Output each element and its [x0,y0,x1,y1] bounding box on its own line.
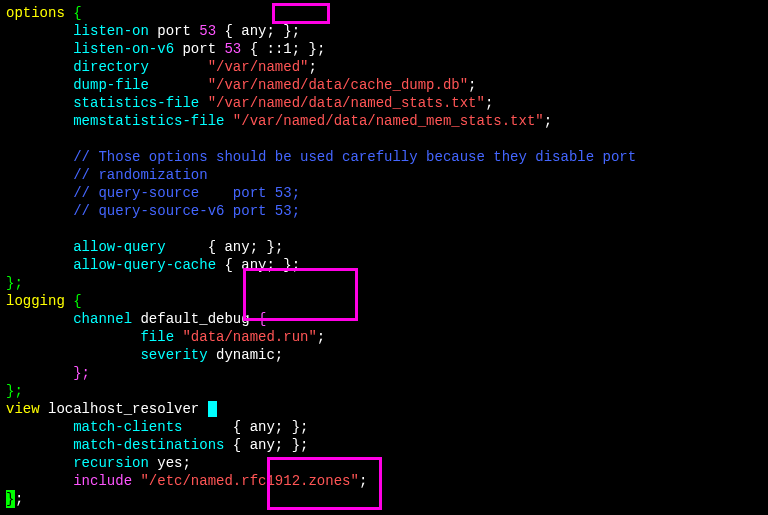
brace: { [73,5,81,21]
severity-val: dynamic [216,347,275,363]
comment-line: // query-source port 53; [73,185,300,201]
any-block: { any; } [208,239,275,255]
stats-file-kw: statistics-file [73,95,199,111]
semi: ; [317,329,325,345]
severity-kw: severity [140,347,207,363]
include-val: "/etc/named.rfc1912.zones" [140,473,358,489]
port-kw: port [157,23,191,39]
semi: ; [182,455,190,471]
dump-file-val: "/var/named/data/cache_dump.db" [208,77,468,93]
semi: ; [15,491,23,507]
v6-block: { ::1; } [250,41,317,57]
port-kw: port [182,41,216,57]
semi: ; [359,473,367,489]
any-block: { any; } [224,257,291,273]
file-val: "data/named.run" [182,329,316,345]
brace: { [258,311,266,327]
file-kw: file [140,329,174,345]
end-brace-cursor: } [6,490,15,508]
listen-on-kw: listen-on [73,23,149,39]
semi: ; [300,437,308,453]
semi: ; [292,257,300,273]
comment-line: // query-source-v6 port 53; [73,203,300,219]
stats-file-val: "/var/named/data/named_stats.txt" [208,95,485,111]
memstats-kw: memstatistics-file [73,113,224,129]
port-53: 53 [199,23,216,39]
brace-close: }; [6,275,23,291]
view-name: localhost_resolver [48,401,199,417]
logging-keyword: logging [6,293,65,309]
named-conf-listing: options { listen-on port 53 { any; }; li… [0,0,768,512]
allow-query-cache-kw: allow-query-cache [73,257,216,273]
semi: ; [275,347,283,363]
any-block: { any; } [233,437,300,453]
brace: { [73,293,81,309]
channel-kw: channel [73,311,132,327]
brace-close: }; [6,383,23,399]
semi: ; [308,59,316,75]
semi: ; [485,95,493,111]
brace-close: }; [73,365,90,381]
any-block: { any; } [233,419,300,435]
semi: ; [275,239,283,255]
recursion-val: yes [157,455,182,471]
highlight-box-1 [272,3,330,24]
cursor-icon [208,401,217,417]
options-keyword: options [6,5,65,21]
semi: ; [292,23,300,39]
comment-line: // Those options should be used carefull… [73,149,636,165]
view-keyword: view [6,401,40,417]
port-53: 53 [224,41,241,57]
include-kw: include [73,473,132,489]
any-block: { any; } [224,23,291,39]
semi: ; [300,419,308,435]
semi: ; [544,113,552,129]
allow-query-kw: allow-query [73,239,165,255]
listen-on-v6-kw: listen-on-v6 [73,41,174,57]
semi: ; [317,41,325,57]
match-clients-kw: match-clients [73,419,182,435]
memstats-val: "/var/named/data/named_mem_stats.txt" [233,113,544,129]
directory-kw: directory [73,59,149,75]
semi: ; [468,77,476,93]
match-dest-kw: match-destinations [73,437,224,453]
channel-name: default_debug [140,311,249,327]
dump-file-kw: dump-file [73,77,149,93]
recursion-kw: recursion [73,455,149,471]
directory-val: "/var/named" [208,59,309,75]
comment-line: // randomization [73,167,207,183]
